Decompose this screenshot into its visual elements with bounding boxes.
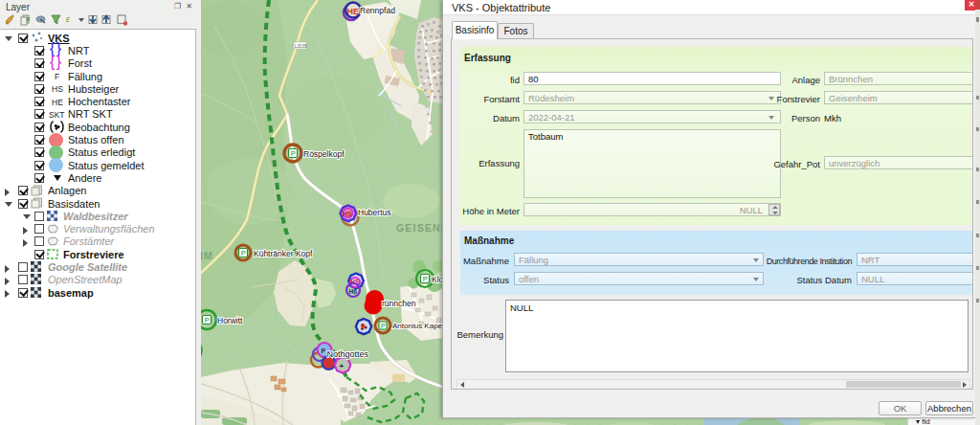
svg-text:Kühtränker Kopf: Kühtränker Kopf bbox=[254, 249, 313, 258]
svg-text:HE: HE bbox=[347, 7, 360, 16]
svg-text:P: P bbox=[205, 316, 210, 324]
svg-text:P: P bbox=[241, 249, 246, 257]
svg-text:Röspelkopf: Röspelkopf bbox=[303, 149, 345, 159]
svg-text:H6: H6 bbox=[349, 288, 358, 295]
svg-text:Nothgottes: Nothgottes bbox=[327, 349, 369, 359]
svg-text:Rennpfad: Rennpfad bbox=[360, 6, 395, 15]
svg-text:ε: ε bbox=[66, 14, 71, 24]
svg-text:Horwitt: Horwitt bbox=[217, 316, 243, 325]
svg-text:P: P bbox=[322, 347, 326, 354]
svg-text:Hubertus: Hubertus bbox=[358, 208, 391, 217]
svg-text:IM: IM bbox=[201, 250, 213, 261]
svg-text:P: P bbox=[291, 149, 296, 158]
svg-text:P: P bbox=[423, 275, 428, 283]
svg-text:rünnchen: rünnchen bbox=[382, 299, 416, 308]
svg-text:+: + bbox=[340, 362, 345, 370]
svg-text:HS: HS bbox=[343, 211, 352, 217]
svg-text:P: P bbox=[381, 323, 386, 329]
svg-text:L3035: L3035 bbox=[295, 44, 307, 49]
